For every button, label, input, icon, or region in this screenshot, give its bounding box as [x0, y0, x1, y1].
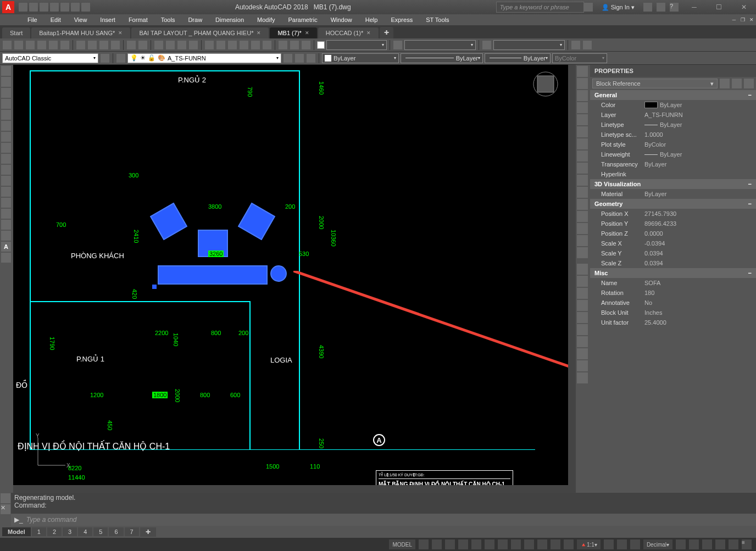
prop-linetype[interactable]: LinetypeByLayer	[590, 120, 756, 130]
stretch-icon[interactable]	[577, 163, 588, 174]
textstyle-dropdown[interactable]: ▾	[326, 40, 387, 50]
dimcen-icon[interactable]	[577, 372, 588, 383]
menu-sttools[interactable]: ST Tools	[420, 16, 454, 23]
menu-view[interactable]: View	[69, 16, 93, 23]
cmd-close-icon[interactable]: ✕	[1, 504, 10, 514]
units-icon[interactable]	[630, 539, 640, 549]
menu-format[interactable]: Format	[123, 16, 153, 23]
region-icon[interactable]	[1, 176, 11, 186]
annoscale-button[interactable]: 🔺 1:1 ▾	[577, 539, 601, 549]
cut-icon[interactable]	[76, 40, 86, 50]
tab-doc3[interactable]: MB1 (7)*✕	[270, 27, 316, 38]
tab-doc1[interactable]: Baitap1-PHAM HUU SANG*✕	[31, 27, 130, 38]
tab-doc4[interactable]: HOCCAD (1)*✕	[318, 27, 379, 38]
erase-icon[interactable]	[577, 66, 588, 77]
saveas-icon[interactable]	[50, 3, 59, 12]
tab-start[interactable]: Start	[2, 27, 30, 38]
osnap-icon[interactable]	[471, 539, 481, 549]
offset-icon[interactable]	[577, 102, 588, 113]
mlead2-icon[interactable]	[582, 40, 592, 50]
menu-parametric[interactable]: Parametric	[282, 16, 323, 23]
autodesk360-icon[interactable]	[584, 3, 593, 12]
exchange-icon[interactable]	[643, 3, 652, 12]
selection-dropdown[interactable]: Block Reference▾	[592, 79, 718, 88]
undo-icon[interactable]	[71, 3, 80, 12]
minimize-button[interactable]: ─	[682, 0, 707, 14]
point-icon[interactable]	[1, 154, 11, 164]
menu-tools[interactable]: Tools	[155, 16, 181, 23]
explode-icon[interactable]	[577, 247, 588, 258]
text-icon[interactable]	[1, 198, 11, 208]
prop-position-x[interactable]: Position X27145.7930	[590, 209, 756, 219]
dimrad-icon[interactable]	[577, 312, 588, 323]
lwt-icon[interactable]	[511, 539, 521, 549]
ortho-icon[interactable]	[445, 539, 455, 549]
sheetset-icon[interactable]	[239, 40, 249, 50]
selectobj-icon[interactable]	[744, 79, 754, 88]
layeriso-icon[interactable]	[294, 53, 304, 63]
prop-plot-style[interactable]: Plot styleByColor	[590, 140, 756, 149]
break-icon[interactable]	[577, 199, 588, 210]
zoomprev-icon[interactable]	[188, 40, 198, 50]
chamfer-icon[interactable]	[577, 223, 588, 234]
tab-doc2[interactable]: BAI TAP LAYOUT _ PHAM QUANG HIEU*✕	[131, 27, 269, 38]
table-icon[interactable]	[290, 40, 299, 50]
dimali-icon[interactable]	[577, 276, 588, 287]
prop-block-unit[interactable]: Block UnitInches	[590, 308, 756, 318]
copy-icon[interactable]	[87, 40, 97, 50]
line-icon[interactable]	[1, 66, 11, 76]
command-input[interactable]: ▶_Type a command	[11, 514, 756, 526]
prop-annotative[interactable]: AnnotativeNo	[590, 298, 756, 308]
layout-tab-4[interactable]: 4	[78, 527, 92, 536]
dimdia-icon[interactable]	[577, 324, 588, 335]
layerprev-icon[interactable]	[306, 53, 316, 63]
otrack-icon[interactable]	[485, 539, 494, 549]
spline-icon[interactable]	[1, 143, 11, 153]
tablestyle-icon[interactable]	[482, 40, 492, 50]
close-button[interactable]: ✕	[731, 0, 756, 14]
layout-add[interactable]: ✚	[140, 527, 156, 537]
scrollbar-horizontal[interactable]	[13, 485, 576, 493]
workspace-dropdown[interactable]: AutoCAD Classic▾	[2, 53, 98, 63]
cycle-icon[interactable]	[537, 539, 547, 549]
join-icon[interactable]	[577, 211, 588, 222]
array-icon[interactable]	[577, 114, 588, 125]
iso-icon[interactable]	[702, 539, 712, 549]
pan-icon[interactable]	[154, 40, 164, 50]
new-icon[interactable]	[19, 3, 27, 12]
menu-express[interactable]: Express	[385, 16, 418, 23]
mirror-icon[interactable]	[577, 90, 588, 101]
prop-position-z[interactable]: Position Z0.0000	[590, 229, 756, 238]
close-icon[interactable]: ✕	[305, 30, 309, 36]
grid-icon[interactable]	[419, 539, 429, 549]
cmd-recent-icon[interactable]	[1, 493, 10, 503]
dimstyle-dropdown[interactable]: ▾	[404, 40, 476, 50]
redo-icon[interactable]	[138, 40, 148, 50]
rect-icon[interactable]	[1, 110, 11, 120]
zoomwin-icon[interactable]	[177, 40, 187, 50]
layer-prop-icon[interactable]	[116, 53, 126, 63]
preview-icon[interactable]	[48, 40, 58, 50]
app-logo[interactable]: A	[2, 1, 14, 13]
modelspace-button[interactable]: MODEL	[389, 539, 415, 549]
plot-icon[interactable]	[60, 3, 69, 12]
prop-linetype-sc-[interactable]: Linetype sc...1.0000	[590, 130, 756, 140]
pline-icon[interactable]	[1, 77, 11, 87]
snap-icon[interactable]	[432, 539, 442, 549]
cleanscreen-icon[interactable]	[729, 539, 738, 549]
color-swatch-icon[interactable]	[317, 41, 325, 49]
prop-section-3d-visualization[interactable]: 3D Visualization−	[590, 179, 756, 189]
hw-icon[interactable]	[715, 539, 725, 549]
new-icon[interactable]	[2, 40, 12, 50]
props-icon[interactable]	[204, 40, 214, 50]
model-tab[interactable]: Model	[2, 527, 31, 536]
layout-tab-7[interactable]: 7	[125, 527, 139, 536]
units-button[interactable]: Decimal ▾	[643, 539, 672, 549]
open-icon[interactable]	[29, 3, 38, 12]
match-icon[interactable]	[110, 40, 120, 50]
dimbase-icon[interactable]	[577, 360, 588, 371]
fillet-icon[interactable]	[577, 235, 588, 246]
tab-new[interactable]: ✚	[380, 27, 393, 38]
transparency-icon[interactable]	[524, 539, 534, 549]
layer-dropdown[interactable]: 💡☀🔓🎨A_TS-FUNRN▾	[127, 53, 281, 63]
